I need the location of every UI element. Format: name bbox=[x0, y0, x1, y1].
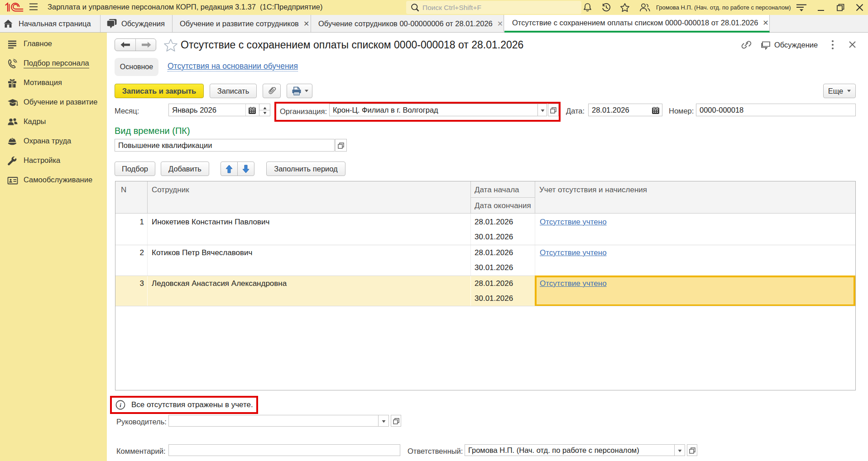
svg-text:i: i bbox=[120, 402, 121, 409]
